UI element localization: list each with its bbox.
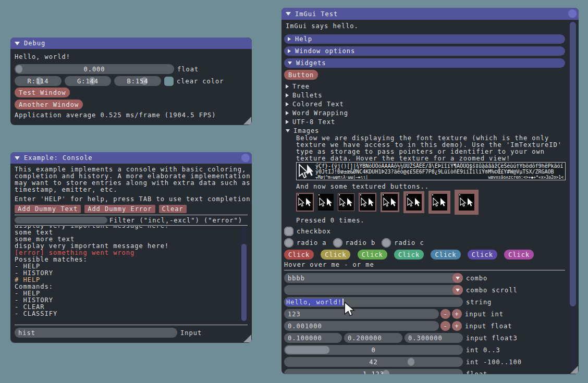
tree-node-bullets[interactable]: Bullets: [284, 91, 565, 100]
combo-label: combo: [466, 275, 487, 282]
cursor-texture: [338, 194, 354, 211]
chevron-right-icon: [286, 102, 289, 106]
click-button-blue[interactable]: Click: [431, 250, 460, 260]
input-float-field[interactable]: 0.001000: [284, 321, 439, 331]
font-texture-row: ┬Møj^m=ωψπιλ·ωω|—≡ιι|: [315, 175, 368, 179]
combo-box[interactable]: bbbb: [284, 273, 463, 283]
add-dummy-text-button[interactable]: Add Dummy Text: [15, 205, 81, 213]
color-edit-r[interactable]: R:114: [15, 76, 62, 86]
tree-node-tree[interactable]: Tree: [284, 82, 565, 91]
resize-grip[interactable]: [243, 335, 251, 342]
tree-node-utf8-text[interactable]: UTF-8 Text: [284, 117, 565, 126]
radio-c[interactable]: [382, 238, 391, 248]
header-widgets[interactable]: Widgets: [284, 58, 565, 68]
tree-label: Word Wrapping: [292, 109, 348, 117]
header-window-options[interactable]: Window options: [284, 46, 565, 56]
click-button-green[interactable]: Click: [358, 250, 387, 260]
input-float3-y: 0.200000: [348, 335, 382, 342]
test-titlebar[interactable]: ImGui Test: [281, 8, 579, 20]
image-button[interactable]: [381, 192, 399, 212]
click-button-teal[interactable]: Click: [394, 250, 424, 260]
string-input[interactable]: Hello, world!: [284, 297, 463, 307]
console-titlebar[interactable]: Example: Console: [10, 152, 252, 164]
decrement-button[interactable]: -: [440, 309, 450, 319]
decrement-button[interactable]: -: [440, 321, 450, 331]
color-edit-b[interactable]: B:154: [114, 76, 161, 86]
help-line: Enter 'HELP' for help, press TAB to use …: [15, 196, 248, 203]
input-int-field[interactable]: 123: [284, 309, 439, 319]
log-line: - HISTORY: [15, 297, 248, 304]
color-edit-label: clear color: [177, 78, 224, 85]
close-icon[interactable]: [241, 154, 250, 162]
resize-grip[interactable]: [570, 366, 578, 374]
increment-button[interactable]: +: [452, 309, 462, 319]
input-float3-field-z[interactable]: 0.300000: [405, 333, 463, 343]
combo-scroll-label: combo scroll: [466, 287, 518, 294]
click-button-purple[interactable]: Click: [468, 250, 497, 260]
image-button[interactable]: [296, 193, 314, 212]
combo-scroll-box[interactable]: [284, 285, 463, 295]
console-scrollbar-thumb[interactable]: [241, 244, 247, 321]
image-button[interactable]: [428, 191, 450, 214]
font-texture-image[interactable]: ýÇf}-{ÿj()[]|¾ÝBÑòÛÖóÄÃAÀô½¼ÙÚŽŠÅÉÈ/å\ÈÞ…: [296, 162, 566, 180]
image-button[interactable]: [338, 193, 354, 211]
console-command-input[interactable]: hist: [15, 328, 177, 338]
radio-b[interactable]: [333, 238, 342, 248]
combo-arrow-button[interactable]: [452, 273, 463, 283]
window-scrollbar-track[interactable]: [569, 21, 577, 372]
cursor-arrow-outline-icon: [298, 164, 313, 179]
tree-node-colored-text[interactable]: Colored Text: [284, 100, 565, 108]
header-help[interactable]: Help: [284, 34, 565, 44]
window-scrollbar-thumb[interactable]: [570, 22, 576, 306]
button-widget[interactable]: Button: [284, 70, 318, 80]
desktop: { "colors": { "desktop_bg": "#6F8D97", "…: [0, 0, 588, 383]
debug-titlebar[interactable]: Debug: [10, 38, 252, 49]
cursor-texture: [360, 194, 375, 211]
slider-int-0-3[interactable]: 0: [284, 345, 463, 355]
console-window[interactable]: Example: Console This example implements…: [10, 152, 252, 343]
intro-line: timestamp, emitter, etc.: [15, 187, 248, 193]
image-button[interactable]: [318, 194, 334, 211]
input-float3-field-y[interactable]: 0.200000: [344, 333, 402, 343]
image-button[interactable]: [455, 190, 479, 215]
collapse-arrow-icon[interactable]: [15, 156, 20, 160]
click-button-magenta[interactable]: Click: [504, 250, 534, 260]
test-window-button[interactable]: Test Window: [15, 88, 70, 97]
click-button-red[interactable]: Click: [284, 250, 314, 260]
console-scrollbar-track[interactable]: [240, 226, 248, 323]
tree-node-images[interactable]: Images: [284, 126, 565, 135]
another-window-button[interactable]: Another Window: [15, 100, 83, 109]
images-text: texture data. Hover the texture for a zo…: [296, 155, 565, 162]
resize-grip[interactable]: [243, 117, 251, 125]
chevron-right-icon: [286, 111, 289, 115]
add-dummy-error-button[interactable]: Add Dummy Error: [84, 205, 155, 213]
image-button[interactable]: [359, 193, 376, 212]
clear-button[interactable]: Clear: [159, 205, 187, 213]
input-float3-field-x[interactable]: 0.100000: [284, 333, 342, 343]
float-slider[interactable]: 0.000: [15, 64, 174, 74]
slider-value: 1.123: [284, 370, 463, 375]
slider-float[interactable]: 1.123: [284, 369, 463, 374]
checkbox-label: checkbox: [297, 228, 331, 235]
checkbox[interactable]: [284, 227, 293, 236]
color-edit-b-value: B:154: [114, 78, 161, 85]
increment-button[interactable]: +: [452, 321, 462, 331]
combo-arrow-button[interactable]: [452, 285, 463, 295]
close-icon[interactable]: [568, 9, 577, 18]
collapse-arrow-icon[interactable]: [15, 42, 20, 45]
tree-node-word-wrapping[interactable]: Word Wrapping: [284, 108, 565, 117]
greeting-text: Hello, world!: [15, 54, 248, 60]
filter-input[interactable]: [15, 217, 107, 224]
collapse-arrow-icon[interactable]: [286, 12, 291, 16]
clear-color-swatch[interactable]: [164, 77, 174, 86]
image-button[interactable]: [403, 191, 424, 213]
radio-a[interactable]: [284, 238, 293, 248]
console-log[interactable]: display very important message here! som…: [15, 226, 248, 324]
slider-int-neg100-100[interactable]: 42: [284, 357, 463, 367]
color-edit-g[interactable]: G:144: [65, 76, 111, 86]
separator: [15, 225, 248, 226]
debug-window[interactable]: Debug Hello, world! 0.000 float R:114 G:…: [10, 38, 252, 125]
hover-caption: Hover over me - or me: [284, 262, 565, 268]
imgui-test-window[interactable]: ImGui Test ImGui says hello. Help Window…: [281, 8, 579, 374]
click-button-olive[interactable]: Click: [321, 250, 350, 260]
